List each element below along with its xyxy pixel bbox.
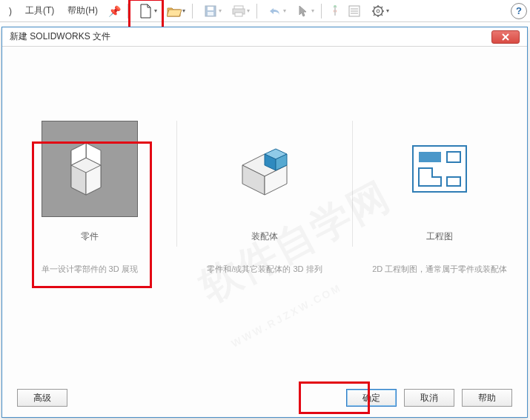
option-part[interactable]: 零件 单一设计零部件的 3D 展现 — [17, 121, 162, 343]
help-icon[interactable]: ? — [511, 3, 527, 19]
close-button[interactable] — [491, 30, 520, 44]
svg-line-20 — [381, 14, 382, 16]
option-title: 工程图 — [426, 230, 453, 243]
list-icon[interactable] — [345, 2, 363, 20]
assembly-icon — [216, 121, 313, 217]
option-drawing[interactable]: 工程图 2D 工程制图，通常属于零件或装配体 — [368, 121, 512, 343]
svg-rect-8 — [334, 7, 336, 16]
option-desc: 零件和/或其它装配体的 3D 排列 — [207, 264, 322, 275]
dialog-body: 零件 单一设计零部件的 3D 展现 装配体 零件和/或其它装配体的 3D 排列 — [2, 47, 527, 358]
menu-view-tail[interactable]: ) — [3, 3, 18, 19]
cursor-button[interactable] — [290, 2, 317, 20]
drawing-icon — [391, 121, 488, 217]
toolbar-separator — [321, 4, 322, 19]
settings-gear-icon[interactable] — [365, 2, 391, 20]
svg-line-19 — [374, 7, 375, 8]
dialog-title-text: 新建 SOLIDWORKS 文件 — [10, 30, 110, 43]
option-assembly[interactable]: 装配体 零件和/或其它装配体的 3D 排列 — [192, 121, 337, 343]
main-toolbar: ) 工具(T) 帮助(H) 📌 — [0, 0, 530, 22]
undo-button[interactable] — [262, 2, 288, 20]
cancel-button[interactable]: 取消 — [404, 389, 454, 407]
svg-rect-1 — [208, 7, 213, 10]
option-desc: 单一设计零部件的 3D 展现 — [42, 264, 138, 275]
option-title: 零件 — [81, 230, 99, 243]
divider — [176, 121, 177, 247]
toolbar-separator — [192, 4, 193, 19]
svg-rect-38 — [419, 152, 441, 162]
svg-line-22 — [374, 14, 375, 16]
menu-help[interactable]: 帮助(H) — [62, 1, 104, 20]
divider — [352, 121, 353, 247]
svg-point-14 — [377, 10, 380, 13]
new-document-dialog: 新建 SOLIDWORKS 文件 零件 — [1, 27, 528, 418]
menu-tools[interactable]: 工具(T) — [19, 1, 60, 20]
open-document-button[interactable] — [161, 2, 188, 20]
svg-line-21 — [381, 7, 382, 8]
option-title: 装配体 — [251, 230, 278, 243]
advanced-button[interactable]: 高级 — [17, 389, 67, 407]
svg-rect-2 — [208, 12, 213, 16]
toolbar-separator — [256, 4, 257, 19]
print-button[interactable] — [225, 2, 252, 20]
help-button[interactable]: 帮助 — [462, 389, 512, 407]
svg-rect-5 — [235, 13, 242, 16]
save-button[interactable] — [197, 2, 224, 20]
dialog-titlebar: 新建 SOLIDWORKS 文件 — [2, 27, 527, 47]
new-document-button[interactable] — [133, 2, 159, 20]
rebuild-icon[interactable] — [326, 2, 344, 20]
part-icon — [42, 121, 138, 217]
pushpin-icon[interactable]: 📌 — [105, 2, 123, 20]
close-icon — [500, 33, 511, 41]
toolbar-separator — [127, 4, 128, 19]
dialog-button-bar: 高级 确定 取消 帮助 — [2, 389, 527, 407]
option-desc: 2D 工程制图，通常属于零件或装配体 — [372, 264, 507, 275]
ok-button[interactable]: 确定 — [346, 389, 397, 407]
